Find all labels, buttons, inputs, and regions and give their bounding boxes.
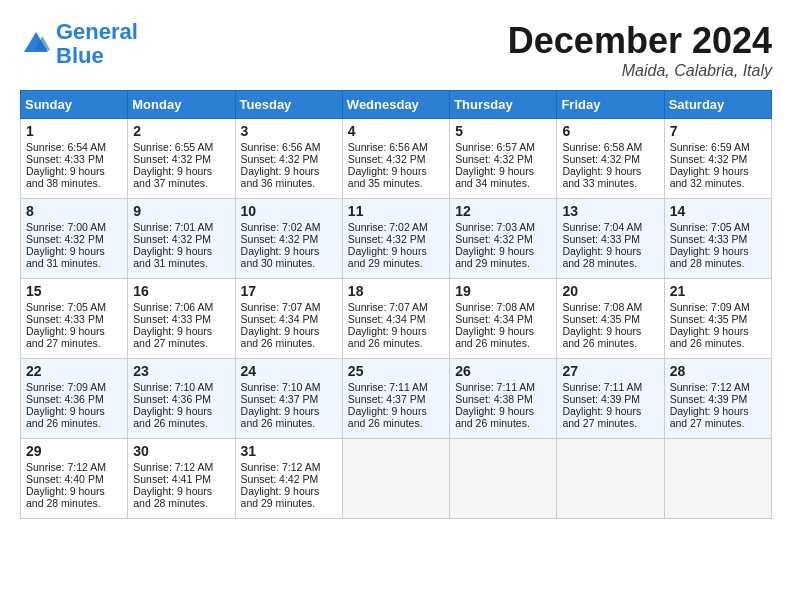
logo: General Blue — [20, 20, 138, 68]
sunset-label: Sunset: 4:32 PM — [241, 233, 319, 245]
calendar-cell: 30 Sunrise: 7:12 AM Sunset: 4:41 PM Dayl… — [128, 439, 235, 519]
day-number: 23 — [133, 363, 229, 379]
daylight-label: Daylight: 9 hours and 37 minutes. — [133, 165, 212, 189]
day-number: 18 — [348, 283, 444, 299]
sunset-label: Sunset: 4:36 PM — [26, 393, 104, 405]
sunset-label: Sunset: 4:39 PM — [562, 393, 640, 405]
calendar-cell: 5 Sunrise: 6:57 AM Sunset: 4:32 PM Dayli… — [450, 119, 557, 199]
daylight-label: Daylight: 9 hours and 30 minutes. — [241, 245, 320, 269]
sunrise-label: Sunrise: 7:02 AM — [348, 221, 428, 233]
calendar-cell: 20 Sunrise: 7:08 AM Sunset: 4:35 PM Dayl… — [557, 279, 664, 359]
day-number: 30 — [133, 443, 229, 459]
day-number: 12 — [455, 203, 551, 219]
sunset-label: Sunset: 4:33 PM — [26, 153, 104, 165]
logo-general: General — [56, 19, 138, 44]
calendar-cell: 8 Sunrise: 7:00 AM Sunset: 4:32 PM Dayli… — [21, 199, 128, 279]
sunset-label: Sunset: 4:41 PM — [133, 473, 211, 485]
daylight-label: Daylight: 9 hours and 29 minutes. — [348, 245, 427, 269]
calendar-cell — [557, 439, 664, 519]
day-number: 26 — [455, 363, 551, 379]
daylight-label: Daylight: 9 hours and 31 minutes. — [26, 245, 105, 269]
daylight-label: Daylight: 9 hours and 28 minutes. — [562, 245, 641, 269]
calendar-cell: 19 Sunrise: 7:08 AM Sunset: 4:34 PM Dayl… — [450, 279, 557, 359]
calendar-cell: 1 Sunrise: 6:54 AM Sunset: 4:33 PM Dayli… — [21, 119, 128, 199]
calendar-cell: 15 Sunrise: 7:05 AM Sunset: 4:33 PM Dayl… — [21, 279, 128, 359]
sunrise-label: Sunrise: 7:07 AM — [348, 301, 428, 313]
calendar-cell: 3 Sunrise: 6:56 AM Sunset: 4:32 PM Dayli… — [235, 119, 342, 199]
day-number: 15 — [26, 283, 122, 299]
sunset-label: Sunset: 4:32 PM — [133, 153, 211, 165]
calendar-cell: 6 Sunrise: 6:58 AM Sunset: 4:32 PM Dayli… — [557, 119, 664, 199]
sunrise-label: Sunrise: 7:11 AM — [348, 381, 428, 393]
sunrise-label: Sunrise: 6:56 AM — [241, 141, 321, 153]
sunrise-label: Sunrise: 7:10 AM — [133, 381, 213, 393]
day-number: 25 — [348, 363, 444, 379]
day-number: 28 — [670, 363, 766, 379]
day-number: 24 — [241, 363, 337, 379]
sunrise-label: Sunrise: 7:10 AM — [241, 381, 321, 393]
sunset-label: Sunset: 4:38 PM — [455, 393, 533, 405]
calendar-cell — [664, 439, 771, 519]
sunrise-label: Sunrise: 7:11 AM — [455, 381, 535, 393]
sunset-label: Sunset: 4:32 PM — [26, 233, 104, 245]
daylight-label: Daylight: 9 hours and 26 minutes. — [241, 325, 320, 349]
daylight-label: Daylight: 9 hours and 27 minutes. — [562, 405, 641, 429]
sunrise-label: Sunrise: 6:58 AM — [562, 141, 642, 153]
sunset-label: Sunset: 4:33 PM — [133, 313, 211, 325]
sunset-label: Sunset: 4:37 PM — [348, 393, 426, 405]
col-wednesday: Wednesday — [342, 91, 449, 119]
sunrise-label: Sunrise: 7:08 AM — [455, 301, 535, 313]
sunset-label: Sunset: 4:34 PM — [241, 313, 319, 325]
calendar-cell — [342, 439, 449, 519]
calendar-cell: 21 Sunrise: 7:09 AM Sunset: 4:35 PM Dayl… — [664, 279, 771, 359]
day-number: 5 — [455, 123, 551, 139]
sunset-label: Sunset: 4:34 PM — [455, 313, 533, 325]
sunrise-label: Sunrise: 7:06 AM — [133, 301, 213, 313]
sunrise-label: Sunrise: 7:12 AM — [26, 461, 106, 473]
daylight-label: Daylight: 9 hours and 26 minutes. — [562, 325, 641, 349]
daylight-label: Daylight: 9 hours and 27 minutes. — [133, 325, 212, 349]
sunset-label: Sunset: 4:39 PM — [670, 393, 748, 405]
sunrise-label: Sunrise: 7:11 AM — [562, 381, 642, 393]
sunset-label: Sunset: 4:35 PM — [670, 313, 748, 325]
daylight-label: Daylight: 9 hours and 38 minutes. — [26, 165, 105, 189]
week-row-2: 8 Sunrise: 7:00 AM Sunset: 4:32 PM Dayli… — [21, 199, 772, 279]
day-number: 6 — [562, 123, 658, 139]
day-number: 7 — [670, 123, 766, 139]
calendar-cell: 25 Sunrise: 7:11 AM Sunset: 4:37 PM Dayl… — [342, 359, 449, 439]
calendar-cell — [450, 439, 557, 519]
calendar-cell: 4 Sunrise: 6:56 AM Sunset: 4:32 PM Dayli… — [342, 119, 449, 199]
day-number: 22 — [26, 363, 122, 379]
calendar-cell: 18 Sunrise: 7:07 AM Sunset: 4:34 PM Dayl… — [342, 279, 449, 359]
calendar-cell: 17 Sunrise: 7:07 AM Sunset: 4:34 PM Dayl… — [235, 279, 342, 359]
daylight-label: Daylight: 9 hours and 33 minutes. — [562, 165, 641, 189]
day-number: 16 — [133, 283, 229, 299]
header-row: Sunday Monday Tuesday Wednesday Thursday… — [21, 91, 772, 119]
sunrise-label: Sunrise: 7:01 AM — [133, 221, 213, 233]
week-row-5: 29 Sunrise: 7:12 AM Sunset: 4:40 PM Dayl… — [21, 439, 772, 519]
calendar-table: Sunday Monday Tuesday Wednesday Thursday… — [20, 90, 772, 519]
col-tuesday: Tuesday — [235, 91, 342, 119]
sunset-label: Sunset: 4:33 PM — [26, 313, 104, 325]
daylight-label: Daylight: 9 hours and 26 minutes. — [348, 325, 427, 349]
daylight-label: Daylight: 9 hours and 31 minutes. — [133, 245, 212, 269]
daylight-label: Daylight: 9 hours and 29 minutes. — [241, 485, 320, 509]
sunset-label: Sunset: 4:32 PM — [670, 153, 748, 165]
day-number: 1 — [26, 123, 122, 139]
daylight-label: Daylight: 9 hours and 26 minutes. — [26, 405, 105, 429]
calendar-cell: 13 Sunrise: 7:04 AM Sunset: 4:33 PM Dayl… — [557, 199, 664, 279]
col-monday: Monday — [128, 91, 235, 119]
sunset-label: Sunset: 4:42 PM — [241, 473, 319, 485]
calendar-cell: 7 Sunrise: 6:59 AM Sunset: 4:32 PM Dayli… — [664, 119, 771, 199]
sunset-label: Sunset: 4:40 PM — [26, 473, 104, 485]
daylight-label: Daylight: 9 hours and 26 minutes. — [670, 325, 749, 349]
daylight-label: Daylight: 9 hours and 35 minutes. — [348, 165, 427, 189]
sunrise-label: Sunrise: 7:12 AM — [670, 381, 750, 393]
day-number: 2 — [133, 123, 229, 139]
sunrise-label: Sunrise: 6:55 AM — [133, 141, 213, 153]
calendar-cell: 31 Sunrise: 7:12 AM Sunset: 4:42 PM Dayl… — [235, 439, 342, 519]
day-number: 21 — [670, 283, 766, 299]
day-number: 13 — [562, 203, 658, 219]
sunrise-label: Sunrise: 6:56 AM — [348, 141, 428, 153]
day-number: 11 — [348, 203, 444, 219]
